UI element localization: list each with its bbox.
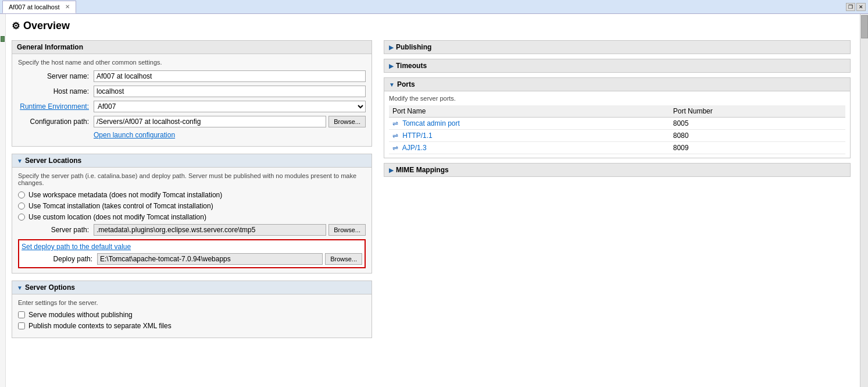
mime-triangle-icon: ▶	[389, 167, 394, 173]
publishing-section: ▶ Publishing	[384, 40, 851, 54]
server-path-label: Server path:	[18, 226, 94, 234]
general-info-body: Specify the host name and other common s…	[12, 54, 372, 146]
checkbox-row-1: Serve modules without publishing	[18, 311, 366, 319]
publishing-header[interactable]: ▶ Publishing	[384, 40, 851, 54]
runtime-env-label[interactable]: Runtime Environment:	[18, 102, 94, 111]
server-options-triangle-icon: ▼	[17, 285, 23, 291]
general-info-header: General Information	[12, 41, 372, 54]
deploy-browse-button[interactable]: Browse...	[325, 253, 362, 265]
set-deploy-link[interactable]: Set deploy path to the default value	[22, 243, 362, 251]
server-options-section: ▼ Server Options Enter settings for the …	[12, 281, 372, 338]
mime-mappings-header[interactable]: ▶ MIME Mappings	[384, 163, 851, 177]
two-column-layout: General Information Specify the host nam…	[12, 40, 851, 345]
timeouts-header[interactable]: ▶ Timeouts	[384, 59, 851, 73]
server-locations-desc: Specify the server path (i.e. catalina.b…	[18, 172, 366, 186]
radio-tomcat-label: Use Tomcat installation (takes control o…	[28, 202, 213, 210]
ports-desc: Modify the server ports.	[389, 95, 845, 102]
ports-section: ▼ Ports Modify the server ports. Port Na…	[384, 77, 851, 158]
publish-contexts-checkbox[interactable]	[18, 322, 25, 329]
table-row[interactable]: ⇌ HTTP/1.1 8080	[389, 130, 845, 142]
server-name-input[interactable]	[94, 70, 366, 82]
radio-tomcat[interactable]	[18, 203, 25, 210]
scrollbar-thumb[interactable]	[861, 15, 868, 38]
ports-table: Port Name Port Number ⇌ Tomcat admin por…	[389, 105, 845, 154]
table-row[interactable]: ⇌ AJP/1.3 8009	[389, 142, 845, 154]
host-name-label: Host name:	[18, 87, 94, 95]
config-path-input[interactable]	[94, 116, 326, 127]
serve-modules-label: Serve modules without publishing	[28, 311, 133, 319]
port-number-cell: 8005	[670, 118, 845, 130]
main-content: ⚙ Overview General Information Specify t…	[6, 14, 860, 387]
server-options-header[interactable]: ▼ Server Options	[12, 281, 372, 294]
open-launch-link[interactable]: Open launch configuration	[94, 131, 366, 139]
checkbox-row-2: Publish module contexts to separate XML …	[18, 322, 366, 330]
host-name-input[interactable]	[94, 86, 366, 97]
server-options-body: Enter settings for the server. Serve mod…	[12, 294, 372, 338]
server-options-desc: Enter settings for the server.	[18, 299, 366, 306]
collapse-triangle-icon: ▼	[17, 158, 23, 164]
left-column: General Information Specify the host nam…	[12, 40, 372, 345]
ports-header[interactable]: ▼ Ports	[384, 77, 851, 91]
port-name-link[interactable]: AJP/1.3	[402, 144, 427, 152]
window-controls: ❐ ✕	[846, 3, 866, 11]
radio-custom-label: Use custom location (does not modify Tom…	[28, 213, 206, 221]
page-title: ⚙ Overview	[12, 20, 851, 32]
radio-row-2: Use Tomcat installation (takes control o…	[18, 202, 366, 210]
server-path-input[interactable]	[94, 224, 326, 236]
host-name-row: Host name:	[18, 86, 366, 97]
close-button[interactable]: ✕	[856, 3, 866, 11]
general-info-desc: Specify the host name and other common s…	[18, 59, 366, 66]
port-name-link[interactable]: HTTP/1.1	[402, 132, 432, 140]
ports-body: Modify the server ports. Port Name Port …	[384, 91, 851, 158]
publishing-triangle-icon: ▶	[389, 44, 394, 51]
radio-row-1: Use workspace metadata (does not modify …	[18, 191, 366, 199]
deploy-highlight-box: Set deploy path to the default value Dep…	[18, 239, 366, 268]
tab-bar: Af007 at localhost ✕ ❐ ✕	[0, 0, 868, 14]
deploy-path-input[interactable]	[97, 253, 323, 265]
mime-mappings-section: ▶ MIME Mappings	[384, 163, 851, 177]
editor-tab[interactable]: Af007 at localhost ✕	[2, 1, 76, 13]
port-name-cell: ⇌ AJP/1.3	[389, 142, 670, 154]
timeouts-triangle-icon: ▶	[389, 63, 394, 69]
runtime-env-select[interactable]: Af007	[94, 101, 366, 112]
server-name-label: Server name:	[18, 72, 94, 80]
server-path-row: Server path: Browse...	[18, 224, 366, 236]
page-title-icon: ⚙	[12, 20, 20, 31]
radio-workspace[interactable]	[18, 191, 25, 198]
radio-workspace-label: Use workspace metadata (does not modify …	[28, 191, 222, 199]
col-port-number: Port Number	[670, 105, 845, 118]
serve-modules-checkbox[interactable]	[18, 311, 25, 318]
deploy-path-label: Deploy path:	[22, 255, 97, 263]
radio-row-3: Use custom location (does not modify Tom…	[18, 213, 366, 221]
tab-label: Af007 at localhost	[9, 3, 59, 10]
config-path-label: Configuration path:	[18, 118, 94, 126]
general-info-section: General Information Specify the host nam…	[12, 40, 372, 147]
server-path-browse-button[interactable]: Browse...	[328, 224, 366, 236]
config-path-row: Configuration path: Browse...	[18, 116, 366, 127]
server-name-row: Server name:	[18, 70, 366, 82]
port-icon: ⇌	[392, 119, 398, 127]
server-locations-header[interactable]: ▼ Server Locations	[12, 154, 372, 168]
editor-area: ⚙ Overview General Information Specify t…	[0, 14, 868, 387]
col-port-name: Port Name	[389, 105, 670, 118]
table-row[interactable]: ⇌ Tomcat admin port 8005	[389, 118, 845, 130]
port-icon: ⇌	[392, 132, 398, 140]
right-column: ▶ Publishing ▶ Timeouts ▼ Ports	[384, 40, 851, 345]
left-gutter	[0, 14, 6, 387]
restore-button[interactable]: ❐	[846, 3, 855, 11]
port-number-cell: 8080	[670, 130, 845, 142]
deploy-path-row: Deploy path: Browse...	[22, 253, 362, 265]
port-name-cell: ⇌ Tomcat admin port	[389, 118, 670, 130]
port-name-cell: ⇌ HTTP/1.1	[389, 130, 670, 142]
server-locations-body: Specify the server path (i.e. catalina.b…	[12, 168, 372, 273]
port-name-link[interactable]: Tomcat admin port	[402, 119, 460, 127]
port-number-cell: 8009	[670, 142, 845, 154]
radio-custom[interactable]	[18, 214, 25, 221]
tab-close-icon[interactable]: ✕	[65, 3, 70, 10]
server-locations-section: ▼ Server Locations Specify the server pa…	[12, 154, 372, 274]
ports-triangle-icon: ▼	[389, 81, 395, 88]
runtime-env-row: Runtime Environment: Af007	[18, 101, 366, 112]
publish-contexts-label: Publish module contexts to separate XML …	[28, 322, 172, 330]
config-browse-button[interactable]: Browse...	[328, 116, 366, 127]
scrollbar[interactable]	[860, 14, 868, 387]
